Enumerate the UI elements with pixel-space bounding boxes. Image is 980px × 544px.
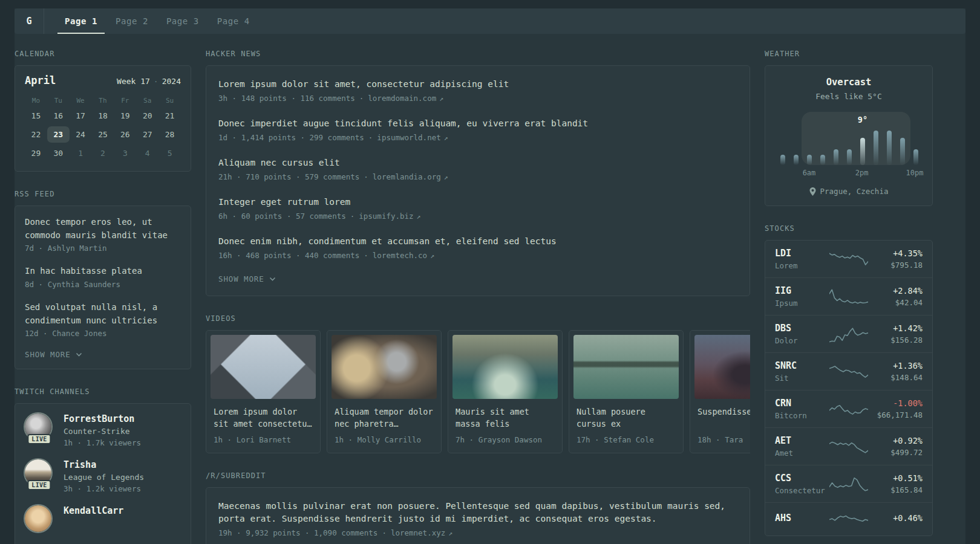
weather-location[interactable]: Prague, Czechia xyxy=(776,187,921,196)
stocks-widget: LDI Lorem +4.35% $795.18 IIG Ips xyxy=(765,240,933,536)
page-tab[interactable]: Page 3 xyxy=(159,8,206,34)
temp-bar xyxy=(780,155,785,165)
calendar-weekday: Su xyxy=(158,94,181,108)
stock-change: +1.42% xyxy=(873,323,923,333)
stock-sparkline xyxy=(829,475,868,493)
video-thumbnail[interactable] xyxy=(694,335,750,399)
calendar-weekday: Tu xyxy=(47,94,70,108)
stock-row[interactable]: CCS Consectetur +0.51% $165.84 xyxy=(765,465,932,502)
video-thumbnail[interactable] xyxy=(332,335,437,399)
temp-bar-slot xyxy=(883,131,896,165)
calendar-weekday: Th xyxy=(92,94,114,108)
stock-row[interactable]: SNRC Sit +1.36% $148.64 xyxy=(765,352,932,390)
separator-dot: · xyxy=(359,94,364,103)
video-card[interactable]: Aliquam tempor dolor nec pharetra… 1h · … xyxy=(327,330,442,453)
twitch-channel-row[interactable]: LIVE Trisha League of Legends 3h · 1.2k … xyxy=(25,459,181,493)
video-meta: 1h · Molly Carrillo xyxy=(335,435,434,444)
live-badge: LIVE xyxy=(27,480,51,490)
twitch-channel-row[interactable]: KendallCarr xyxy=(25,505,181,532)
story-title-link[interactable]: Integer eget rutrum lorem xyxy=(218,196,737,209)
stock-values: +0.46% xyxy=(873,513,923,525)
time-label xyxy=(776,169,789,177)
twitch-channel-info: KendallCarr xyxy=(64,505,123,519)
temp-bar-slot xyxy=(829,149,843,165)
reddit-post-domain-link[interactable]: loremnet.xyz ↗ xyxy=(391,528,452,537)
story-item: Aliquam nec cursus elit 21h · 710 points… xyxy=(218,157,737,181)
stocks-section-label: STOCKS xyxy=(765,224,933,233)
stock-row[interactable]: AET Amet +0.92% $499.72 xyxy=(765,427,932,465)
external-link-icon: ↗ xyxy=(448,529,452,537)
twitch-channel-row[interactable]: LIVE ForrestBurton Counter-Strike 1h · 1… xyxy=(25,413,181,447)
page-tab[interactable]: Page 2 xyxy=(108,8,155,34)
calendar-year: 2024 xyxy=(162,77,181,86)
story-domain-link[interactable]: ipsumify.biz ↗ xyxy=(359,212,420,221)
stock-row[interactable]: IIG Ipsum +2.84% $42.04 xyxy=(765,277,932,315)
twitch-section: TWITCH CHANNELS LIVE ForrestBurton Count… xyxy=(15,387,191,544)
stock-change: +0.51% xyxy=(873,473,923,483)
calendar-day: 24 xyxy=(70,126,92,143)
stock-values: -1.00% $66,171.48 xyxy=(873,398,923,419)
stock-values: +0.51% $165.84 xyxy=(873,473,923,494)
calendar-weekday: Mo xyxy=(25,94,47,108)
time-label: 10pm xyxy=(908,169,921,177)
videos-section: VIDEOS Lorem ipsum dolor sit amet consec… xyxy=(206,314,750,453)
stock-name: Sit xyxy=(775,374,825,383)
twitch-avatar-wrap xyxy=(25,505,54,532)
temp-bar-slot xyxy=(776,155,789,165)
video-meta: 1h · Lori Barnett xyxy=(214,435,313,444)
rss-item-meta: 7d · Ashlyn Martin xyxy=(25,244,181,253)
temp-bar-slot xyxy=(789,155,803,165)
separator-dot: · xyxy=(382,528,387,537)
video-card[interactable]: Mauris sit amet massa felis 7h · Grayson… xyxy=(448,330,563,453)
story-title-link[interactable]: Lorem ipsum dolor sit amet, consectetur … xyxy=(218,78,737,91)
temp-bar-slot xyxy=(843,149,856,165)
stock-identity: CRN Bitcorn xyxy=(775,398,825,420)
stock-sparkline xyxy=(829,510,868,528)
twitch-channel-name: ForrestBurton xyxy=(64,413,141,424)
story-item: Lorem ipsum dolor sit amet, consectetur … xyxy=(218,78,737,103)
story-domain-link[interactable]: loremlandia.org ↗ xyxy=(373,172,448,181)
story-domain-link[interactable]: loremdomain.com ↗ xyxy=(368,94,443,103)
avatar xyxy=(25,505,51,532)
live-badge: LIVE xyxy=(27,434,51,444)
reddit-post-title-link[interactable]: Maecenas mollis pulvinar erat non posuer… xyxy=(218,500,737,525)
temp-bar xyxy=(900,138,905,165)
story-stats: 1d · 1,414 points · 299 comments xyxy=(218,133,364,142)
video-thumbnail[interactable] xyxy=(211,335,316,399)
rss-item-title-link[interactable]: Sed volutpat nulla nisl, a condimentum n… xyxy=(25,301,181,327)
story-title-link[interactable]: Aliquam nec cursus elit xyxy=(218,157,737,169)
stock-row[interactable]: AHS +0.46% xyxy=(765,502,932,536)
stock-row[interactable]: CRN Bitcorn -1.00% $66,171.48 xyxy=(765,390,932,427)
app-logo[interactable]: G xyxy=(15,8,44,34)
stock-change: +4.35% xyxy=(873,248,923,258)
temp-bar xyxy=(847,149,852,165)
calendar-day: 28 xyxy=(158,126,181,143)
stock-row[interactable]: DBS Dolor +1.42% $156.28 xyxy=(765,315,932,352)
temp-bar-slot xyxy=(856,138,869,165)
rss-show-more-button[interactable]: SHOW MORE xyxy=(25,350,82,359)
hackernews-show-more-button[interactable]: SHOW MORE xyxy=(218,274,276,283)
video-thumbnail[interactable] xyxy=(452,335,558,399)
story-item: Donec imperdiet augue tincidunt felis al… xyxy=(218,117,737,142)
story-title-link[interactable]: Donec enim nibh, condimentum et accumsan… xyxy=(218,235,737,248)
rss-item-title-link[interactable]: In hac habitasse platea xyxy=(25,265,181,278)
video-card[interactable]: Nullam posuere cursus ex 17h · Stefan Co… xyxy=(569,330,684,453)
video-card[interactable]: Lorem ipsum dolor sit amet consectetu… 1… xyxy=(206,330,321,453)
story-title-link[interactable]: Donec imperdiet augue tincidunt felis al… xyxy=(218,117,737,130)
chevron-down-icon xyxy=(269,277,276,281)
stock-row[interactable]: LDI Lorem +4.35% $795.18 xyxy=(765,241,932,277)
rss-item-title-link[interactable]: Donec tempor eros leo, ut commodo mauris… xyxy=(25,216,181,242)
videos-row: Lorem ipsum dolor sit amet consectetu… 1… xyxy=(206,330,750,453)
temp-bar xyxy=(860,138,865,165)
story-domain-link[interactable]: ipsumworld.net ↗ xyxy=(377,133,448,142)
calendar-days-grid: 1516171819202122232425262728293012345 xyxy=(25,108,181,161)
calendar-section: CALENDAR April Week 17·2024 MoTuWeThFrSa… xyxy=(15,50,191,172)
story-domain-link[interactable]: loremtech.co ↗ xyxy=(373,251,434,260)
page-tab[interactable]: Page 1 xyxy=(57,8,105,34)
page-tab[interactable]: Page 4 xyxy=(210,8,257,34)
external-link-icon: ↗ xyxy=(439,94,443,103)
video-thumbnail[interactable] xyxy=(573,335,679,399)
stock-identity: LDI Lorem xyxy=(775,248,825,270)
video-card[interactable]: Suspendisse diam 18h · Tara xyxy=(690,330,750,453)
time-label xyxy=(869,169,882,177)
